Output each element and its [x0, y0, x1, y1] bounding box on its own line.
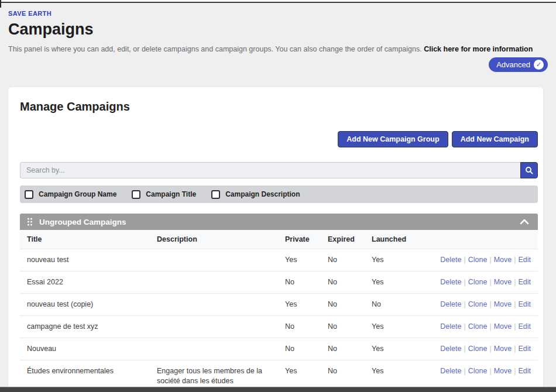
table-header-row: Title Description Private Expired Launch… — [20, 230, 538, 249]
column-header-launched: Launched — [365, 230, 423, 249]
cell-description — [150, 316, 278, 338]
column-header-description: Description — [150, 230, 278, 249]
column-header-private: Private — [278, 230, 321, 249]
search-icon — [525, 166, 533, 174]
move-link[interactable]: Move — [494, 367, 512, 375]
check-circle-icon: ✓ — [534, 60, 544, 70]
filter-campaign-description[interactable]: Campaign Description — [211, 190, 300, 199]
cell-expired: No — [321, 271, 365, 294]
move-link[interactable]: Move — [494, 278, 512, 286]
checkbox-campaign-description[interactable] — [211, 190, 220, 199]
page-description-text: This panel is where you can add, edit, o… — [8, 45, 424, 53]
edit-link[interactable]: Edit — [518, 367, 531, 375]
page-header: SAVE EARTH Campaigns This panel is where… — [0, 3, 556, 53]
panel-title: Manage Campaigns — [20, 100, 538, 114]
delete-link[interactable]: Delete — [440, 278, 461, 286]
cell-launched: Yes — [365, 338, 423, 360]
cell-actions: Delete|Clone|Move|Edit — [423, 249, 538, 271]
action-separator: | — [464, 300, 465, 308]
action-separator: | — [464, 256, 465, 264]
move-link[interactable]: Move — [494, 322, 512, 331]
clone-link[interactable]: Clone — [468, 278, 488, 286]
action-separator: | — [514, 278, 516, 286]
edit-link[interactable]: Edit — [518, 300, 531, 308]
cell-private: No — [278, 271, 321, 294]
search-button[interactable] — [520, 162, 538, 178]
clone-link[interactable]: Clone — [468, 345, 488, 353]
action-separator: | — [489, 300, 491, 308]
action-separator: | — [489, 278, 491, 286]
cell-private: No — [278, 316, 321, 338]
add-new-campaign-button[interactable]: Add New Campaign — [452, 131, 538, 147]
filter-campaign-title[interactable]: Campaign Title — [132, 190, 196, 199]
cell-expired: No — [321, 316, 365, 338]
filter-label: Campaign Description — [225, 190, 300, 198]
edit-link[interactable]: Edit — [518, 322, 531, 331]
breadcrumb: SAVE EARTH — [8, 10, 548, 17]
clone-link[interactable]: Clone — [468, 322, 488, 331]
table-row: Essai 2022 No No Yes Delete|Clone|Move|E… — [20, 271, 538, 294]
action-separator: | — [514, 300, 516, 308]
cell-description — [150, 338, 278, 360]
action-separator: | — [514, 322, 516, 331]
edit-link[interactable]: Edit — [518, 256, 531, 264]
action-separator: | — [514, 345, 516, 353]
column-header-expired: Expired — [321, 230, 365, 249]
advanced-toggle-button[interactable]: Advanced ✓ — [489, 57, 548, 72]
cell-expired: No — [321, 294, 365, 316]
action-separator: | — [464, 345, 465, 353]
clone-link[interactable]: Clone — [468, 300, 488, 308]
clone-link[interactable]: Clone — [468, 367, 488, 375]
action-separator: | — [464, 367, 465, 375]
cell-title: Nouveau — [20, 338, 150, 360]
cell-actions: Delete|Clone|Move|Edit — [423, 338, 538, 360]
filter-label: Campaign Group Name — [39, 190, 116, 198]
cell-launched: Yes — [365, 316, 423, 338]
table-row: nouveau test Yes No Yes Delete|Clone|Mov… — [20, 249, 538, 271]
cell-title: Essai 2022 — [20, 271, 150, 294]
edit-link[interactable]: Edit — [518, 345, 531, 353]
search-input[interactable] — [20, 162, 520, 178]
action-separator: | — [489, 322, 491, 331]
window-left-edge — [0, 0, 1, 8]
clone-link[interactable]: Clone — [468, 256, 488, 264]
cell-private: Yes — [278, 294, 321, 316]
cell-title: campagne de test xyz — [20, 316, 150, 338]
cell-launched: Yes — [365, 271, 423, 294]
action-separator: | — [489, 256, 491, 264]
add-new-campaign-group-button[interactable]: Add New Campaign Group — [338, 131, 448, 147]
filter-label: Campaign Title — [146, 190, 196, 198]
table-row: Nouveau No No Yes Delete|Clone|Move|Edit — [20, 338, 538, 360]
move-link[interactable]: Move — [494, 345, 512, 353]
action-separator: | — [489, 367, 491, 375]
delete-link[interactable]: Delete — [440, 367, 461, 375]
group-header[interactable]: Ungrouped Campaigns — [20, 214, 538, 230]
move-link[interactable]: Move — [494, 256, 512, 264]
more-information-link[interactable]: Click here for more information — [424, 45, 533, 53]
cell-description — [150, 294, 278, 316]
filter-campaign-group-name[interactable]: Campaign Group Name — [25, 190, 116, 199]
column-header-actions — [423, 230, 538, 249]
drag-handle-icon[interactable] — [27, 218, 33, 226]
edit-link[interactable]: Edit — [518, 278, 531, 286]
search-filter-bar: Campaign Group Name Campaign Title Campa… — [20, 185, 538, 203]
delete-link[interactable]: Delete — [440, 322, 461, 331]
delete-link[interactable]: Delete — [440, 345, 461, 353]
action-separator: | — [514, 256, 516, 264]
checkbox-campaign-group-name[interactable] — [25, 190, 33, 199]
delete-link[interactable]: Delete — [440, 300, 461, 308]
column-header-title: Title — [20, 230, 150, 249]
chevron-up-icon — [520, 219, 529, 225]
table-row: campagne de test xyz No No Yes Delete|Cl… — [20, 316, 538, 338]
delete-link[interactable]: Delete — [440, 256, 461, 264]
cell-expired: No — [321, 249, 365, 271]
action-separator: | — [489, 345, 491, 353]
checkbox-campaign-title[interactable] — [132, 190, 140, 199]
action-separator: | — [514, 367, 516, 375]
collapse-group-button[interactable] — [518, 219, 531, 225]
action-separator: | — [464, 322, 465, 331]
move-link[interactable]: Move — [494, 300, 512, 308]
cell-actions: Delete|Clone|Move|Edit — [423, 271, 538, 294]
group-title: Ungrouped Campaigns — [39, 218, 518, 226]
cell-private: No — [278, 338, 321, 360]
